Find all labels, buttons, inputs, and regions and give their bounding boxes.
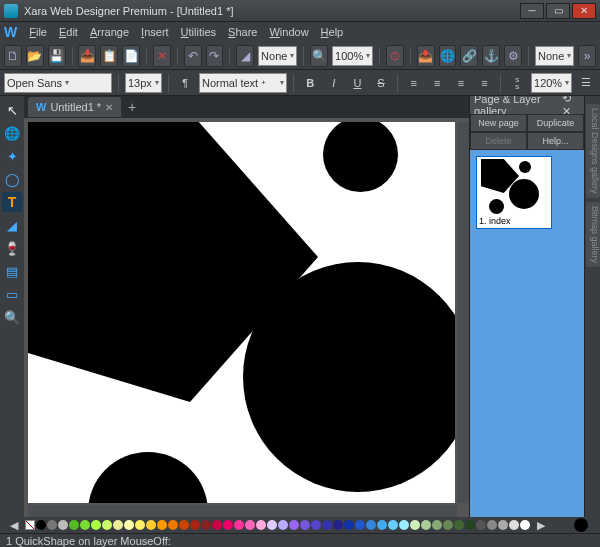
color-swatch[interactable] xyxy=(410,520,420,530)
open-button[interactable]: 📂 xyxy=(26,45,44,67)
color-swatch[interactable] xyxy=(399,520,409,530)
color-swatch[interactable] xyxy=(245,520,255,530)
circle-small[interactable] xyxy=(323,122,398,192)
italic-button[interactable]: I xyxy=(324,73,344,93)
color-swatch[interactable] xyxy=(223,520,233,530)
fill-tool[interactable]: ◢ xyxy=(2,215,22,235)
save-button[interactable]: 💾 xyxy=(48,45,66,67)
options-button[interactable]: ⚙ xyxy=(504,45,522,67)
color-swatch[interactable] xyxy=(443,520,453,530)
color-swatch[interactable] xyxy=(69,520,79,530)
palette-next-icon[interactable]: ▶ xyxy=(531,515,551,535)
color-swatch[interactable] xyxy=(135,520,145,530)
color-swatch[interactable] xyxy=(278,520,288,530)
font-size-select[interactable]: 13px▾ xyxy=(125,73,162,93)
color-swatch[interactable] xyxy=(322,520,332,530)
color-swatch[interactable] xyxy=(168,520,178,530)
selector-tool[interactable]: ↖ xyxy=(2,100,22,120)
strike-button[interactable]: S xyxy=(371,73,391,93)
color-swatch[interactable] xyxy=(344,520,354,530)
color-swatch[interactable] xyxy=(432,520,442,530)
color-swatch[interactable] xyxy=(36,520,46,530)
stroke-select[interactable]: None▾ xyxy=(535,46,574,66)
menu-share[interactable]: Share xyxy=(222,24,263,40)
shape-tool[interactable]: ✦ xyxy=(2,146,22,166)
preview-button[interactable]: 🌐 xyxy=(439,45,457,67)
paragraph-icon[interactable]: ¶ xyxy=(175,73,195,93)
color-swatch[interactable] xyxy=(421,520,431,530)
color-swatch[interactable] xyxy=(201,520,211,530)
help-button[interactable]: Help... xyxy=(527,132,584,150)
color-swatch[interactable] xyxy=(520,520,530,530)
color-swatch[interactable] xyxy=(157,520,167,530)
color-swatch[interactable] xyxy=(58,520,68,530)
font-select[interactable]: Open Sans▾ xyxy=(4,73,112,93)
color-swatch[interactable] xyxy=(212,520,222,530)
zoom-tool[interactable]: 🔍 xyxy=(2,307,22,327)
zoom-select[interactable]: 100%▾ xyxy=(332,46,373,66)
scrollbar-horizontal[interactable] xyxy=(28,505,457,517)
color-swatch[interactable] xyxy=(146,520,156,530)
new-page-button[interactable]: New page xyxy=(470,114,527,132)
color-swatch[interactable] xyxy=(377,520,387,530)
color-swatch[interactable] xyxy=(509,520,519,530)
document-tab[interactable]: W Untitled1 * ✕ xyxy=(28,97,121,117)
maximize-button[interactable]: ▭ xyxy=(546,3,570,19)
fill-select[interactable]: None▾ xyxy=(258,46,297,66)
menu-insert[interactable]: Insert xyxy=(135,24,175,40)
transparency-tool[interactable]: 🍷 xyxy=(2,238,22,258)
color-swatch[interactable] xyxy=(355,520,365,530)
close-button[interactable]: ✕ xyxy=(572,3,596,19)
link-button[interactable]: 🔗 xyxy=(460,45,478,67)
align-center-button[interactable]: ≡ xyxy=(427,73,447,93)
delete-button[interactable]: ✕ xyxy=(153,45,171,67)
menu-help[interactable]: Help xyxy=(315,24,350,40)
zoom-icon[interactable]: 🔍 xyxy=(310,45,328,67)
text-style-select[interactable]: Normal text+▾ xyxy=(199,73,287,93)
color-swatch[interactable] xyxy=(267,520,277,530)
color-swatch[interactable] xyxy=(113,520,123,530)
ellipse-tool[interactable]: ◯ xyxy=(2,169,22,189)
color-swatch[interactable] xyxy=(333,520,343,530)
color-swatch[interactable] xyxy=(388,520,398,530)
anchor-button[interactable]: ⚓ xyxy=(482,45,500,67)
side-tab-designs[interactable]: Local Designs gallery xyxy=(586,104,600,198)
color-swatch[interactable] xyxy=(179,520,189,530)
rectangle-tool[interactable]: ▭ xyxy=(2,284,22,304)
color-swatch[interactable] xyxy=(91,520,101,530)
color-swatch[interactable] xyxy=(190,520,200,530)
super-sub-button[interactable]: ss xyxy=(507,73,527,93)
circle-bottom[interactable] xyxy=(88,452,208,503)
copy-button[interactable]: 📋 xyxy=(100,45,118,67)
circle-large[interactable] xyxy=(243,262,455,492)
color-swatch[interactable] xyxy=(454,520,464,530)
scrollbar-vertical[interactable] xyxy=(457,122,469,503)
menu-file[interactable]: File xyxy=(23,24,53,40)
fill-icon[interactable]: ◢ xyxy=(236,45,254,67)
paste-button[interactable]: 📄 xyxy=(122,45,140,67)
side-tab-bitmap[interactable]: Bitmap gallery xyxy=(586,202,600,267)
color-swatch[interactable] xyxy=(487,520,497,530)
undo-button[interactable]: ↶ xyxy=(184,45,202,67)
list-button[interactable]: ☰ xyxy=(576,73,596,93)
menu-utilities[interactable]: Utilities xyxy=(175,24,222,40)
color-swatch[interactable] xyxy=(476,520,486,530)
text-tool[interactable]: T xyxy=(2,192,22,212)
menu-window[interactable]: Window xyxy=(263,24,314,40)
color-swatch[interactable] xyxy=(234,520,244,530)
bold-button[interactable]: B xyxy=(300,73,320,93)
underline-button[interactable]: U xyxy=(348,73,368,93)
color-swatch[interactable] xyxy=(47,520,57,530)
align-left-button[interactable]: ≡ xyxy=(404,73,424,93)
new-button[interactable]: 🗋 xyxy=(4,45,22,67)
color-swatch[interactable] xyxy=(498,520,508,530)
line-height-select[interactable]: 120%▾ xyxy=(531,73,572,93)
color-swatch[interactable] xyxy=(102,520,112,530)
color-swatch[interactable] xyxy=(366,520,376,530)
palette-prev-icon[interactable]: ◀ xyxy=(4,515,24,535)
no-color-swatch[interactable] xyxy=(25,520,35,530)
align-right-button[interactable]: ≡ xyxy=(451,73,471,93)
shadow-tool[interactable]: ▤ xyxy=(2,261,22,281)
color-swatch[interactable] xyxy=(465,520,475,530)
redo-button[interactable]: ↷ xyxy=(206,45,224,67)
